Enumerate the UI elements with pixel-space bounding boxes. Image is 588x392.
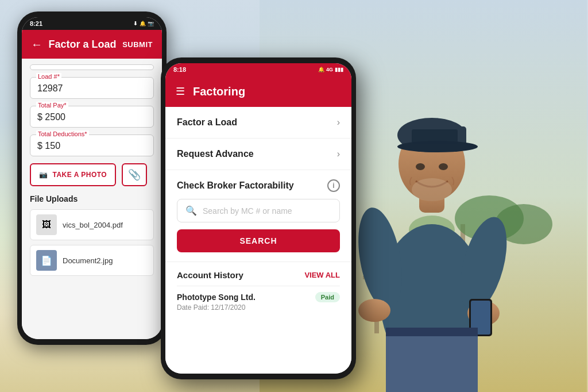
account-history-section: Account History VIEW ALL Phototype Song … [165, 262, 351, 317]
load-number-label: Load #* [36, 73, 61, 80]
info-icon[interactable]: i [327, 179, 340, 192]
front-phone: 8:18 🔔 4G ▮▮▮ ☰ Factoring Factor a Load … [161, 57, 356, 379]
paperclip-icon: 📎 [128, 168, 141, 181]
back-button[interactable]: ← [31, 38, 42, 51]
factor-load-chevron-icon: › [337, 117, 340, 128]
total-pay-field[interactable]: Total Pay* $ 2500 [30, 106, 154, 128]
total-pay-value: $ 2500 [37, 112, 146, 122]
action-buttons-row: 📷 TAKE A PHOTO 📎 [30, 163, 154, 186]
svg-rect-14 [412, 129, 458, 144]
file-name-2: Document2.jpg [63, 256, 113, 265]
load-number-field[interactable]: Load #* 12987 [30, 77, 154, 99]
file-item-2[interactable]: 📄 Document2.jpg [30, 245, 154, 276]
hamburger-menu-icon[interactable]: ☰ [176, 85, 185, 98]
broker-search-placeholder: Search by MC # or name [203, 206, 292, 216]
front-phone-status-bar: 8:18 🔔 4G ▮▮▮ [165, 63, 351, 76]
svg-rect-25 [386, 328, 478, 336]
file-thumb-2: 📄 [36, 250, 57, 271]
svg-point-27 [412, 178, 452, 201]
svg-point-15 [416, 163, 425, 170]
partial-field [30, 64, 154, 70]
svg-point-16 [439, 163, 448, 170]
factor-load-label: Factor a Load [177, 117, 237, 128]
factoring-content: Factor a Load › Request Advance › Check … [165, 107, 351, 374]
broker-search-box[interactable]: 🔍 Search by MC # or name [177, 199, 340, 222]
request-advance-menu-item[interactable]: Request Advance › [165, 139, 351, 170]
paid-badge-1: Paid [315, 292, 340, 302]
back-phone: 8:21 ⬇ 🔔 📷 ← Factor a Load SUBMIT Load #… [17, 11, 167, 345]
broker-section: Check Broker Factorability i 🔍 Search by… [165, 170, 351, 262]
history-date-1: Date Paid: 12/17/2020 [177, 303, 340, 312]
total-deductions-value: $ 150 [37, 141, 146, 151]
search-button[interactable]: SEARCH [177, 229, 340, 252]
file-item-1[interactable]: 🖼 vics_bol_2004.pdf [30, 209, 154, 240]
factoring-title: Factoring [193, 85, 245, 98]
back-phone-header: ← Factor a Load SUBMIT [22, 30, 162, 59]
request-advance-chevron-icon: › [337, 149, 340, 159]
factor-load-menu-item[interactable]: Factor a Load › [165, 107, 351, 139]
search-icon: 🔍 [185, 205, 197, 216]
load-number-value: 12987 [37, 83, 146, 94]
take-photo-button[interactable]: 📷 TAKE A PHOTO [30, 163, 116, 186]
factoring-header: ☰ Factoring [165, 76, 351, 107]
attach-button[interactable]: 📎 [122, 163, 147, 186]
history-item-1[interactable]: Phototype Song Ltd. Paid Date Paid: 12/1… [177, 286, 340, 317]
back-phone-time: 8:21 [30, 20, 42, 27]
take-photo-label: TAKE A PHOTO [53, 171, 107, 179]
back-phone-status-icons: ⬇ 🔔 📷 [133, 21, 154, 26]
view-all-button[interactable]: VIEW ALL [304, 271, 340, 279]
account-history-title: Account History [177, 270, 243, 280]
broker-title-row: Check Broker Factorability i [177, 179, 340, 192]
front-phone-time: 8:18 [173, 66, 186, 73]
total-deductions-field[interactable]: Total Deductions* $ 150 [30, 134, 154, 156]
back-phone-screen: 8:21 ⬇ 🔔 📷 ← Factor a Load SUBMIT Load #… [22, 17, 162, 339]
svg-point-19 [358, 299, 390, 322]
history-header: Account History VIEW ALL [177, 270, 340, 280]
back-phone-content: Load #* 12987 Total Pay* $ 2500 Total De… [22, 59, 162, 339]
submit-button[interactable]: SUBMIT [122, 40, 153, 49]
file-name-1: vics_bol_2004.pdf [63, 221, 123, 229]
history-item-1-row: Phototype Song Ltd. Paid [177, 292, 340, 302]
back-phone-status-bar: 8:21 ⬇ 🔔 📷 [22, 17, 162, 30]
broker-title: Check Broker Factorability [177, 180, 294, 191]
front-phone-status-icons: 🔔 4G ▮▮▮ [318, 67, 343, 72]
camera-icon: 📷 [39, 171, 48, 179]
total-deductions-label: Total Deductions* [36, 130, 89, 137]
file-thumb-1: 🖼 [36, 214, 57, 235]
file-uploads-title: File Uploads [30, 194, 154, 203]
total-pay-label: Total Pay* [36, 102, 68, 109]
request-advance-label: Request Advance [177, 149, 254, 159]
svg-rect-26 [386, 336, 478, 392]
front-phone-screen: 8:18 🔔 4G ▮▮▮ ☰ Factoring Factor a Load … [165, 63, 351, 374]
history-company-1: Phototype Song Ltd. [177, 293, 256, 302]
back-phone-title: Factor a Load [49, 39, 117, 51]
